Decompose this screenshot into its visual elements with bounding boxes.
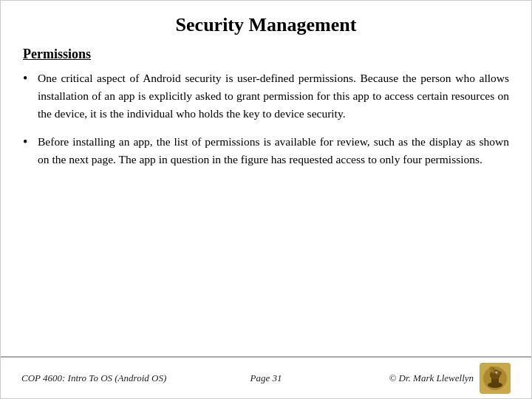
bullet-dot-2: • <box>23 133 38 151</box>
footer-logo <box>480 363 511 394</box>
bullet-text-1: One critical aspect of Android security … <box>38 69 509 123</box>
footer-left: COP 4600: Intro To OS (Android OS) <box>21 372 185 384</box>
list-item: • One critical aspect of Android securit… <box>23 69 509 123</box>
bullet-dot-1: • <box>23 69 38 88</box>
footer-center: Page 31 <box>185 372 348 384</box>
main-content: Security Management Permissions • One cr… <box>1 1 531 356</box>
section-heading: Permissions <box>23 47 509 62</box>
footer: COP 4600: Intro To OS (Android OS) Page … <box>1 356 531 398</box>
svg-point-7 <box>497 372 497 372</box>
footer-right: © Dr. Mark Llewellyn <box>347 363 511 394</box>
bullet-list: • One critical aspect of Android securit… <box>23 69 509 168</box>
footer-copyright: © Dr. Mark Llewellyn <box>389 372 474 384</box>
list-item: • Before installing an app, the list of … <box>23 133 509 168</box>
bullet-text-2: Before installing an app, the list of pe… <box>38 133 509 168</box>
page-container: Security Management Permissions • One cr… <box>0 0 532 399</box>
page-title: Security Management <box>23 14 509 36</box>
